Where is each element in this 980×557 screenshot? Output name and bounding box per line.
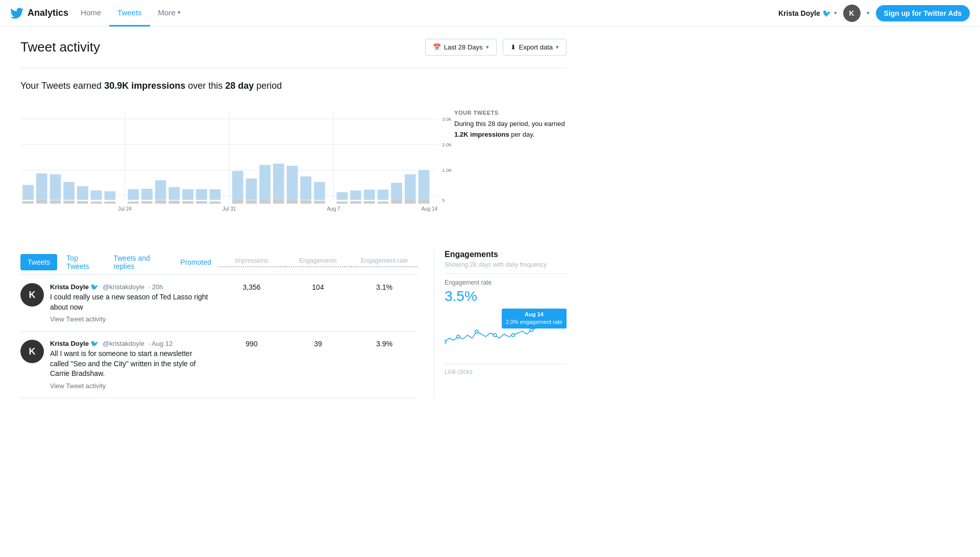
tweet-stats: 3,356 104 3.1% (218, 283, 418, 291)
tweet-row: K Krista Doyle 🐦 @kristakdoyle · Aug 12 … (20, 332, 418, 398)
tab-tweets-replies[interactable]: Tweets and replies (106, 250, 171, 274)
svg-rect-21 (168, 187, 180, 200)
export-button[interactable]: ⬇ Export data ▾ (503, 39, 567, 56)
col-engagement-rate: Engagement rate (351, 257, 418, 267)
engagements-title: Engagements (445, 250, 567, 259)
svg-rect-52 (210, 201, 221, 204)
nav-user-section[interactable]: Krista Doyle 🐦 ▾ (778, 9, 837, 17)
tweet-row: K Krista Doyle 🐦 @kristakdoyle · 20h I c… (20, 275, 418, 332)
svg-rect-59 (314, 200, 325, 204)
svg-rect-14 (63, 182, 75, 200)
svg-rect-28 (273, 164, 284, 200)
svg-rect-66 (419, 200, 430, 204)
tweet-impressions: 3,356 (218, 283, 285, 291)
svg-rect-19 (141, 189, 153, 200)
svg-rect-55 (259, 200, 271, 204)
nav-bar: Analytics Home Tweets More ▾ Krista Doyl… (0, 0, 980, 27)
svg-rect-13 (50, 174, 61, 200)
svg-rect-16 (91, 190, 102, 199)
chart-layout: 3.0K 2.0K 1.0K 5 (20, 99, 567, 234)
nav-user-name: Krista Doyle 🐦 (778, 9, 831, 17)
tweet-time: · Aug 12 (149, 340, 173, 347)
date-range-chevron: ▾ (486, 44, 489, 50)
svg-text:Aug 14: Aug 14 (421, 206, 437, 212)
svg-rect-49 (168, 200, 180, 204)
engagements-subtitle: Showing 28 days with daily frequency (445, 261, 567, 268)
link-clicks-label: Link clicks (445, 364, 567, 375)
tab-tweets[interactable]: Tweets (20, 254, 57, 270)
svg-text:Aug 7: Aug 7 (327, 206, 340, 212)
chevron-down-icon: ▾ (178, 9, 181, 16)
your-tweets-desc: During this 28 day period, you earned 1.… (454, 119, 567, 140)
engagement-rate-value: 3.5% (445, 288, 567, 305)
date-range-label: Last 28 Days (444, 43, 483, 51)
svg-rect-48 (155, 200, 166, 204)
export-chevron: ▾ (556, 44, 559, 50)
svg-rect-30 (300, 176, 311, 200)
svg-rect-12 (36, 173, 47, 200)
svg-rect-42 (63, 200, 75, 204)
engagement-tooltip: Aug 14 2.0% engagement rate (502, 309, 567, 328)
nav-link-more-label: More (158, 8, 176, 17)
svg-rect-46 (128, 201, 139, 204)
svg-rect-15 (77, 186, 88, 200)
your-tweets-prefix: During this 28 day period, you earned (454, 120, 565, 128)
tweet-author-name: Krista Doyle 🐦 (50, 340, 99, 347)
bar-chart-svg: 3.0K 2.0K 1.0K 5 (20, 99, 438, 232)
summary-section: Your Tweets earned 30.9K impressions ove… (20, 81, 567, 91)
tweet-content: Krista Doyle 🐦 @kristakdoyle · 20h I cou… (50, 283, 212, 323)
content-layout: Tweets Top Tweets Tweets and replies Pro… (20, 250, 567, 398)
avatar: K (20, 340, 44, 363)
tooltip-value: 2.0% engagement rate (506, 319, 562, 325)
svg-rect-35 (377, 190, 388, 200)
svg-rect-40 (36, 200, 47, 204)
engagements-panel: Engagements Showing 28 days with daily f… (434, 250, 567, 398)
svg-rect-41 (50, 200, 61, 204)
tweet-activity-link[interactable]: View Tweet activity (50, 382, 212, 390)
tab-top-tweets[interactable]: Top Tweets (59, 250, 104, 274)
svg-rect-62 (364, 201, 375, 204)
tabs-bar: Tweets Top Tweets Tweets and replies Pro… (20, 250, 418, 275)
nav-link-more[interactable]: More ▾ (150, 0, 189, 27)
svg-rect-54 (246, 200, 257, 204)
signup-button[interactable]: Sign up for Twitter Ads (876, 5, 970, 21)
svg-point-71 (445, 340, 446, 343)
tab-promoted[interactable]: Promoted (173, 254, 218, 270)
svg-rect-50 (182, 201, 193, 204)
export-label: Export data (519, 43, 553, 51)
tweet-content: Krista Doyle 🐦 @kristakdoyle · Aug 12 Al… (50, 340, 212, 390)
header-divider (20, 68, 567, 68)
tweet-activity-link[interactable]: View Tweet activity (50, 315, 212, 323)
svg-rect-56 (273, 200, 284, 204)
engagement-rate-label: Engagement rate (445, 279, 567, 286)
tweet-meta: Krista Doyle 🐦 @kristakdoyle · Aug 12 (50, 340, 212, 347)
tweet-author-name: Krista Doyle 🐦 (50, 283, 99, 291)
svg-text:Jul 24: Jul 24 (118, 206, 132, 212)
svg-rect-60 (336, 201, 348, 204)
svg-rect-29 (287, 166, 298, 200)
svg-rect-51 (196, 201, 207, 204)
svg-rect-33 (350, 190, 361, 199)
summary-days: 28 day (225, 81, 254, 91)
your-tweets-label: YOUR TWEETS (454, 110, 567, 116)
tweet-engagements: 39 (285, 340, 351, 348)
content-main: Tweets Top Tweets Tweets and replies Pro… (20, 250, 418, 398)
tweet-impressions: 990 (218, 340, 285, 348)
svg-rect-20 (155, 180, 166, 199)
tooltip-date: Aug 14 (506, 311, 562, 318)
date-range-button[interactable]: 📅 Last 28 Days ▾ (425, 39, 497, 56)
nav-user-chevron: ▾ (834, 10, 837, 16)
engagements-divider (445, 273, 567, 274)
svg-rect-34 (364, 190, 375, 200)
nav-link-home[interactable]: Home (72, 0, 109, 27)
tweet-list: K Krista Doyle 🐦 @kristakdoyle · 20h I c… (20, 275, 418, 398)
svg-point-74 (494, 334, 497, 337)
tweet-meta: Krista Doyle 🐦 @kristakdoyle · 20h (50, 283, 212, 291)
svg-rect-24 (210, 189, 221, 200)
svg-rect-58 (300, 200, 311, 204)
nav-link-tweets[interactable]: Tweets (109, 0, 150, 27)
svg-rect-25 (232, 171, 243, 200)
summary-suffix2: period (254, 81, 282, 91)
nav-avatar-chevron: ▾ (867, 10, 870, 16)
nav-avatar[interactable]: K (843, 5, 861, 22)
